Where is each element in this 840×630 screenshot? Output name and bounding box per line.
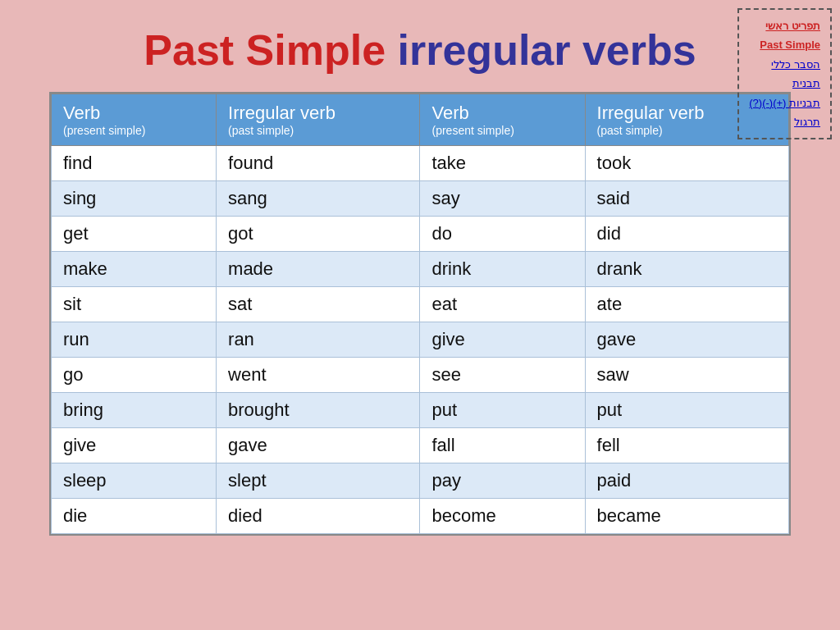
nav-item-explanation[interactable]: הסבר כללי [749,55,820,74]
verbs-table: Verb (present simple) Irregular verb (pa… [51,94,789,534]
table-cell: gave [585,322,788,358]
table-cell: gave [217,428,420,463]
table-cell: sang [217,181,420,217]
table-cell: became [585,499,788,534]
page-title: Past Simple irregular verbs [0,0,840,92]
table-cell: put [420,393,585,428]
nav-item-practice[interactable]: תרגול [749,112,820,131]
table-cell: brought [217,393,420,428]
title-part2-text: irregular verbs [398,26,696,74]
table-cell: drank [585,252,788,287]
table-cell: become [420,499,585,534]
table-row: singsangsaysaid [52,181,789,217]
table-cell: sit [52,287,217,322]
table-cell: died [217,499,420,534]
table-row: runrangivegave [52,322,789,358]
table-body: findfoundtaketooksingsangsaysaidgetgotdo… [52,146,789,534]
table-cell: give [420,322,585,358]
table-cell: say [420,181,585,217]
table-cell: do [420,217,585,252]
nav-item-main[interactable]: תפריט ראשי [749,16,820,35]
table-cell: eat [420,287,585,322]
table-cell: did [585,217,788,252]
table-cell: fell [585,428,788,463]
table-cell: make [52,252,217,287]
nav-item-template[interactable]: תבנית [749,74,820,93]
table-row: getgotdodid [52,217,789,252]
col-header-1: Verb (present simple) [52,94,217,146]
table-cell: made [217,252,420,287]
table-cell: find [52,146,217,181]
navigation-box: תפריט ראשי Past Simple הסבר כללי תבנית ת… [737,8,832,139]
table-cell: sing [52,181,217,217]
table-cell: run [52,322,217,358]
table-row: diediedbecomebecame [52,499,789,534]
table-cell: found [217,146,420,181]
table-row: bringbroughtputput [52,393,789,428]
table-cell: said [585,181,788,217]
verbs-table-container: Verb (present simple) Irregular verb (pa… [49,92,791,536]
table-cell: went [217,358,420,393]
nav-item-past-simple[interactable]: Past Simple [749,35,820,54]
table-cell: go [52,358,217,393]
table-cell: take [420,146,585,181]
table-cell: saw [585,358,788,393]
title-part1: Past Simple [144,26,386,74]
table-cell: took [585,146,788,181]
table-cell: get [52,217,217,252]
nav-item-templates[interactable]: תבניות (+)(-)(?) [749,94,820,112]
table-cell: sat [217,287,420,322]
table-cell: see [420,358,585,393]
table-cell: paid [585,463,788,499]
table-cell: sleep [52,463,217,499]
table-cell: drink [420,252,585,287]
table-row: sleepsleptpaypaid [52,463,789,499]
table-cell: ate [585,287,788,322]
table-cell: bring [52,393,217,428]
table-header-row: Verb (present simple) Irregular verb (pa… [52,94,789,146]
table-cell: die [52,499,217,534]
col-header-2: Irregular verb (past simple) [217,94,420,146]
table-row: sitsateatate [52,287,789,322]
table-cell: pay [420,463,585,499]
table-cell: slept [217,463,420,499]
table-cell: fall [420,428,585,463]
table-cell: got [217,217,420,252]
table-row: givegavefallfell [52,428,789,463]
table-cell: ran [217,322,420,358]
table-cell: give [52,428,217,463]
table-row: makemadedrinkdrank [52,252,789,287]
table-cell: put [585,393,788,428]
table-row: gowentseesaw [52,358,789,393]
col-header-3: Verb (present simple) [420,94,585,146]
table-row: findfoundtaketook [52,146,789,181]
